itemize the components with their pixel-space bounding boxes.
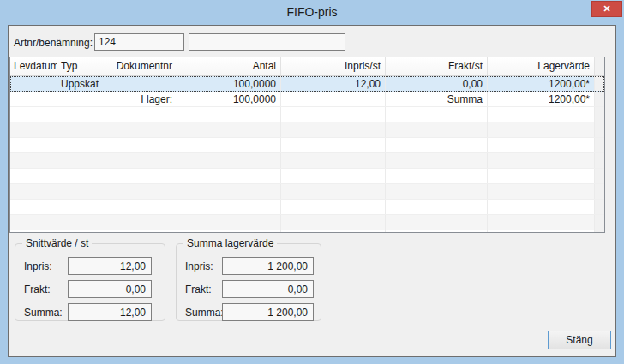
summa-summa-field[interactable]: 1 200,00 [222,303,314,321]
snitt-inpris-field[interactable]: 12,00 [68,257,152,275]
table-body: Uppskatt 100,0000 12,00 0,00 1200,00* I … [10,76,604,233]
summa-inpris-field[interactable]: 1 200,00 [222,257,314,275]
artnr-label: Artnr/benämning: [14,37,93,49]
summa-summa-label: Summa: [185,307,224,319]
close-icon: ✕ [603,4,610,14]
cell-inpris: 12,00 [281,76,386,91]
column-header-inpris[interactable]: Inpris/st [281,57,386,75]
cell-frakt: Summa [386,92,488,106]
snitt-inpris-label: Inpris: [24,260,52,272]
snitt-summa-label: Summa: [24,307,63,319]
snittvarde-title: Snittvärde / st [22,237,92,249]
cell-inpris [281,92,386,106]
snitt-frakt-label: Frakt: [24,283,51,295]
artnr-input[interactable] [94,33,184,51]
cell-typ: Uppskatt [57,76,99,91]
snitt-frakt-field[interactable]: 0,00 [68,280,152,298]
summa-frakt-label: Frakt: [185,283,212,295]
cell-dokumentnr [99,76,177,91]
table-row-uppskatt[interactable]: Uppskatt 100,0000 12,00 0,00 1200,00* [10,76,604,92]
cell-lagervarde: 1200,00* [488,92,595,106]
cell-levdatum [10,76,57,91]
cell-antal: 100,0000 [177,92,281,106]
fifo-table: Levdatum Typ Dokumentnr Antal Inpris/st … [9,57,605,233]
column-header-filler [595,57,604,75]
table-row-empty [10,200,604,215]
cell-frakt: 0,00 [386,76,488,91]
table-row-empty [10,138,604,153]
benamning-input[interactable] [189,33,345,51]
summa-lagervarde-groupbox: Summa lagervärde Inpris: 1 200,00 Frakt:… [176,243,321,321]
cell-levdatum [10,92,57,106]
cell-lagervarde: 1200,00* [488,76,595,91]
summa-frakt-field[interactable]: 0,00 [222,280,314,298]
summa-inpris-label: Inpris: [185,260,213,272]
column-header-lagervarde[interactable]: Lagervärde [488,57,595,75]
stang-button[interactable]: Stäng [548,331,611,349]
cell-typ [57,92,99,106]
table-row-empty [10,122,604,138]
dialog-title: FIFO-pris [0,5,624,19]
table-row-empty [10,169,604,184]
summa-lagervarde-title: Summa lagervärde [183,237,277,249]
table-row-empty [10,215,604,230]
title-bar[interactable]: FIFO-pris ✕ [0,0,624,25]
column-header-frakt[interactable]: Frakt/st [386,57,488,75]
column-header-levdatum[interactable]: Levdatum [10,57,57,75]
table-row-empty [10,153,604,169]
column-header-typ[interactable]: Typ [57,57,99,75]
table-row-empty [10,184,604,200]
table-row-empty [10,107,604,122]
table-row-empty [10,230,604,233]
cell-antal: 100,0000 [177,76,281,91]
close-button[interactable]: ✕ [591,1,622,17]
snittvarde-groupbox: Snittvärde / st Inpris: 12,00 Frakt: 0,0… [15,243,165,321]
dialog-client-area: Artnr/benämning: Levdatum Typ Dokumentnr… [8,25,616,357]
column-header-dokumentnr[interactable]: Dokumentnr [99,57,177,75]
column-header-antal[interactable]: Antal [177,57,281,75]
table-row-ilager[interactable]: I lager: 100,0000 Summa 1200,00* [10,92,604,107]
fifo-pris-dialog: FIFO-pris ✕ Artnr/benämning: Levdatum Ty… [0,0,624,364]
snitt-summa-field[interactable]: 12,00 [68,303,152,321]
table-header-row: Levdatum Typ Dokumentnr Antal Inpris/st … [10,57,604,76]
cell-dokumentnr: I lager: [99,92,177,106]
